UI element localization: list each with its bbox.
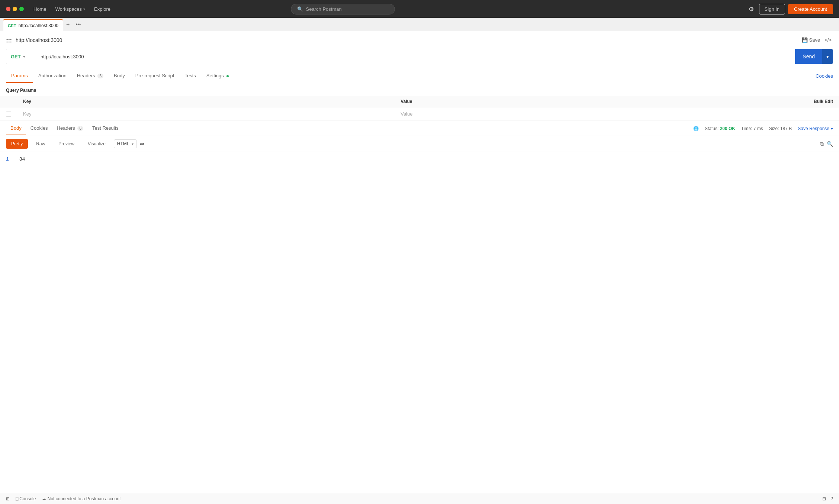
search-icon: 🔍 (297, 6, 303, 12)
save-response-chevron-icon: ▾ (831, 126, 833, 131)
response-tabs-bar: Body Cookies Headers 6 Test Results 🌐 St… (0, 121, 839, 136)
create-account-button[interactable]: Create Account (788, 4, 833, 14)
tab-body[interactable]: Body (109, 69, 130, 83)
response-tab-test-results[interactable]: Test Results (88, 122, 123, 135)
window-controls (6, 7, 24, 11)
description-cell (772, 107, 839, 121)
key-col-header: Key (17, 96, 395, 107)
send-chevron-icon: ▾ (826, 54, 829, 59)
query-params-title: Query Params (0, 83, 839, 96)
maximize-window-button[interactable] (19, 7, 24, 11)
send-dropdown-button[interactable]: ▾ (822, 49, 833, 64)
url-bar: GET ▾ Send ▾ (6, 49, 833, 64)
tab-headers[interactable]: Headers 6 (72, 69, 109, 83)
value-col-header: Value (395, 96, 772, 107)
copy-button[interactable]: ⧉ (820, 141, 824, 147)
console-button[interactable]: ⎕ Console (16, 496, 36, 501)
response-container: Body Cookies Headers 6 Test Results 🌐 St… (0, 121, 839, 493)
status-label: Status: 200 OK (705, 126, 735, 131)
nav-explore[interactable]: Explore (90, 4, 114, 14)
time-label: Time: 7 ms (741, 126, 763, 131)
request-tabs: Params Authorization Headers 6 Body Pre-… (0, 69, 839, 83)
help-button[interactable]: ? (830, 496, 833, 501)
response-headers-count-badge: 6 (77, 126, 83, 131)
cloud-icon: ☁ (42, 496, 46, 501)
api-icon: ⚏ (6, 36, 12, 44)
more-tabs-button[interactable]: ••• (73, 20, 84, 29)
settings-button[interactable]: ⚙ (746, 3, 756, 15)
response-tab-cookies[interactable]: Cookies (26, 122, 52, 135)
search-bar[interactable]: 🔍 Search Postman (291, 4, 395, 14)
tab-tests[interactable]: Tests (179, 69, 201, 83)
settings-dot-icon (226, 75, 229, 77)
tab-authorization[interactable]: Authorization (33, 69, 72, 83)
connection-status: ☁ Not connected to a Postman account (42, 496, 120, 501)
viewer-tab-preview[interactable]: Preview (53, 139, 80, 149)
wrap-lines-button[interactable]: ⇌ (140, 141, 144, 147)
table-row: Key Value (0, 107, 839, 121)
viewer-tab-visualize[interactable]: Visualize (83, 139, 111, 149)
query-params-section: Query Params Key Value Bulk Edit Key Val… (0, 83, 839, 121)
request-tab[interactable]: GET http://localhost:3000 (3, 19, 63, 31)
layout-options-button[interactable]: ⊟ (822, 496, 826, 501)
request-title: http://localhost:3000 (16, 37, 62, 43)
top-navigation: Home Workspaces ▾ Explore 🔍 Search Postm… (0, 0, 839, 18)
tab-params[interactable]: Params (6, 69, 33, 83)
response-tab-headers[interactable]: Headers 6 (52, 122, 88, 135)
checkbox-col-header (0, 96, 17, 107)
save-response-button[interactable]: Save Response ▾ (798, 126, 833, 131)
value-cell[interactable]: Value (395, 107, 772, 121)
add-tab-button[interactable]: + (63, 20, 73, 29)
workspaces-chevron-icon: ▾ (83, 7, 85, 11)
save-button[interactable]: 💾 Save (802, 36, 820, 44)
response-status-bar: 🌐 Status: 200 OK Time: 7 ms Size: 187 B … (693, 126, 833, 131)
search-placeholder: Search Postman (306, 6, 342, 12)
url-input[interactable] (36, 49, 795, 64)
response-content: 34 (19, 156, 25, 162)
viewer-tab-pretty[interactable]: Pretty (6, 139, 28, 149)
tab-settings[interactable]: Settings (201, 69, 234, 83)
nav-right-actions: ⚙ Sign In Create Account (746, 3, 833, 15)
layout-toggle-button[interactable]: ⊞ (6, 496, 10, 501)
response-body: 1 34 (0, 152, 839, 493)
nav-workspaces[interactable]: Workspaces ▾ (52, 4, 89, 14)
sign-in-button[interactable]: Sign In (759, 4, 785, 14)
key-cell[interactable]: Key (17, 107, 395, 121)
format-chevron-icon: ▾ (132, 142, 134, 146)
format-label: HTML (117, 141, 129, 146)
send-button-group: Send ▾ (795, 49, 833, 64)
method-label: GET (11, 54, 21, 59)
bottom-bar: ⊞ ⎕ Console ☁ Not connected to a Postman… (0, 493, 839, 504)
status-value: 200 OK (720, 126, 735, 131)
code-button[interactable]: </> (823, 36, 833, 44)
search-response-button[interactable]: 🔍 (827, 141, 833, 147)
request-title-bar: ⚏ http://localhost:3000 💾 Save </> (6, 36, 833, 44)
save-icon: 💾 (802, 37, 808, 43)
response-viewer-bar: Pretty Raw Preview Visualize HTML ▾ ⇌ ⧉ … (0, 136, 839, 152)
method-chevron-icon: ▾ (23, 55, 25, 59)
cookies-link[interactable]: Cookies (816, 73, 833, 79)
viewer-tab-raw[interactable]: Raw (31, 139, 50, 149)
request-panel: ⚏ http://localhost:3000 💾 Save </> GET ▾… (0, 31, 839, 69)
size-label: Size: 187 B (769, 126, 792, 131)
title-actions: 💾 Save </> (802, 36, 833, 44)
row-checkbox[interactable] (0, 107, 17, 121)
headers-count-badge: 6 (97, 74, 103, 78)
send-button[interactable]: Send (795, 49, 822, 64)
minimize-window-button[interactable] (13, 7, 17, 11)
tab-label: http://localhost:3000 (19, 23, 58, 28)
bulk-edit-button[interactable]: Bulk Edit (772, 96, 839, 107)
response-tab-body[interactable]: Body (6, 122, 26, 135)
method-selector[interactable]: GET ▾ (6, 49, 36, 64)
nav-home[interactable]: Home (30, 4, 50, 14)
params-table: Key Value Bulk Edit Key Value (0, 96, 839, 121)
close-window-button[interactable] (6, 7, 10, 11)
console-icon: ⎕ (16, 496, 18, 501)
format-selector[interactable]: HTML ▾ (114, 139, 137, 148)
response-line-1: 1 34 (6, 156, 833, 162)
method-badge: GET (8, 23, 16, 28)
tab-prerequest[interactable]: Pre-request Script (130, 69, 180, 83)
tab-bar: GET http://localhost:3000 + ••• (0, 18, 839, 31)
bottom-right-actions: ⊟ ? (822, 496, 833, 501)
line-number: 1 (6, 156, 9, 162)
